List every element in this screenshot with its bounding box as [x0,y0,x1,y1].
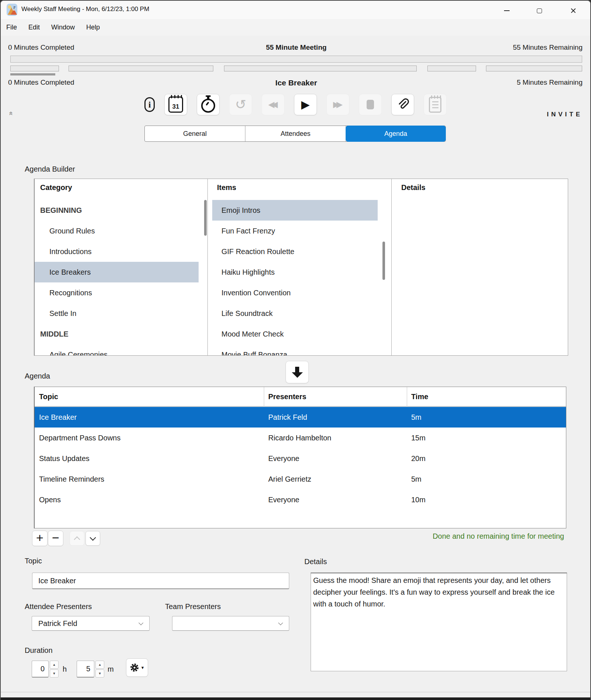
list-item[interactable]: Haiku Highlights [212,262,378,282]
duration-label: Duration [25,646,53,655]
menu-bar: File Edit Window Help [1,19,590,36]
calendar-button[interactable]: 31 [164,94,187,115]
items-list: Emoji Intros Fun Fact Frenzy GIF Reactio… [212,200,378,356]
current-item-title: Ice Breaker [1,78,591,87]
attachment-icon [396,98,409,111]
column-divider [207,179,208,355]
agenda-builder-label: Agenda Builder [25,165,75,173]
down-arrow-icon [295,367,299,372]
item-remaining-label: 5 Minutes Remaining [517,78,583,87]
chevron-down-icon [278,620,283,625]
team-presenters-label: Team Presenters [165,602,221,611]
list-item[interactable]: Life Soundtrack [212,303,378,324]
list-item[interactable]: Ground Rules [35,221,199,241]
list-item[interactable]: Settle In [35,303,199,324]
stop-button[interactable] [359,94,382,115]
time-status-message: Done and no remaining time for meeting [433,532,564,541]
spin-up-icon[interactable]: ▲ [95,661,104,669]
title-bar: Weekly Staff Meeting - Mon, 6/12/23, 1:0… [1,1,590,19]
list-item-selected[interactable]: Emoji Intros [212,200,378,221]
attachment-button[interactable] [391,94,414,115]
remove-row-button[interactable]: − [48,531,63,546]
minimize-button[interactable] [498,4,515,18]
chevron-down-icon [139,620,143,625]
mountain-meeting-icon [7,4,17,16]
close-button[interactable] [565,4,582,18]
notes-icon [429,97,441,113]
info-button[interactable]: i [144,97,155,112]
items-scrollbar-thumb[interactable] [382,242,385,280]
move-row-up-button[interactable] [70,531,84,546]
category-column-header: Category [40,183,72,192]
list-item[interactable]: Movie Buff Bonanza [212,344,378,356]
rewind-icon: ◀◀ [268,101,278,109]
add-row-button[interactable]: + [32,531,48,546]
duration-minutes-input[interactable] [77,661,94,678]
calendar-icon: 31 [168,96,183,113]
playback-toolbar: i 31 ↺ ◀◀ ▶ ▶▶ [1,93,590,116]
tab-agenda[interactable]: Agenda [346,126,446,142]
current-segment-indicator [10,73,55,75]
list-item[interactable]: MIDDLE [35,324,199,344]
team-presenters-select[interactable] [172,616,289,631]
list-item[interactable]: BEGINNING [35,200,199,221]
list-item[interactable]: Introductions [35,241,199,262]
meeting-remaining-label: 55 Minutes Remaining [513,43,583,52]
minutes-unit-label: m [108,665,114,673]
agenda-table: Topic Presenters Time Ice Breaker Patric… [34,387,566,528]
fast-forward-button[interactable]: ▶▶ [326,94,349,115]
duration-hours-input[interactable] [32,661,49,678]
duration-options-button[interactable]: ▼ [126,658,148,677]
agenda-row[interactable]: Department Pass Downs Ricardo Hambelton … [35,428,566,448]
app-window: Weekly Staff Meeting - Mon, 6/12/23, 1:0… [0,0,591,700]
list-item[interactable]: Agile Ceremonies [35,344,199,356]
play-icon: ▶ [301,99,310,110]
list-item[interactable]: GIF Reaction Roulette [212,241,378,262]
agenda-row[interactable]: Timeline Reminders Ariel Gerrietz 5m [35,469,566,489]
menu-help[interactable]: Help [86,24,100,31]
spin-down-icon[interactable]: ▼ [50,669,59,678]
bottom-divider [1,692,590,692]
list-item-selected[interactable]: Ice Breakers [35,262,199,282]
topic-input[interactable] [32,573,289,589]
tab-attendees[interactable]: Attendees [245,126,346,141]
timer-button[interactable] [197,94,220,115]
agenda-section-label: Agenda [25,372,50,380]
maximize-button[interactable] [531,4,548,18]
list-item[interactable]: Mood Meter Check [212,324,378,344]
duration-hours-stepper: ▲ ▼ [50,661,59,678]
agenda-table-header: Topic Presenters Time [35,387,566,407]
meeting-title: 55 Minute Meeting [1,43,591,52]
list-item[interactable]: Fun Fact Frenzy [212,221,378,241]
agenda-row[interactable]: Opens Everyone 10m [35,489,566,510]
list-item[interactable]: Invention Convention [212,282,378,303]
tab-bar: General Attendees Agenda [144,126,446,142]
column-header-time: Time [407,387,566,407]
invite-button[interactable]: INVITE [547,111,583,118]
list-item[interactable]: Recognitions [35,282,199,303]
add-to-agenda-button[interactable] [286,361,309,383]
move-row-down-button[interactable] [85,531,100,546]
agenda-row[interactable]: Status Updates Everyone 20m [35,448,566,469]
category-scrollbar-thumb[interactable] [204,200,207,236]
topic-label: Topic [25,557,42,565]
notes-button[interactable] [424,94,447,115]
rewind-button[interactable]: ◀◀ [262,94,284,115]
spin-up-icon[interactable]: ▲ [50,661,59,669]
column-header-presenters: Presenters [264,387,407,407]
reset-button[interactable]: ↺ [229,94,252,115]
spin-down-icon[interactable]: ▼ [95,669,104,678]
details-textarea[interactable]: Guess the mood! Share an emoji that repr… [311,573,567,671]
attendee-presenters-select[interactable]: Patrick Feld [32,616,150,631]
segment-bar-4 [427,66,476,71]
agenda-row-selected[interactable]: Ice Breaker Patrick Feld 5m [35,407,566,428]
agenda-builder-panel: Category Items Details BEGINNING Ground … [34,179,568,356]
play-button[interactable]: ▶ [294,94,317,115]
details-column-header: Details [401,183,426,192]
column-header-topic: Topic [35,387,264,407]
duration-minutes-stepper: ▲ ▼ [95,661,104,678]
menu-edit[interactable]: Edit [28,24,40,31]
tab-general[interactable]: General [145,126,245,141]
menu-window[interactable]: Window [51,24,75,31]
menu-file[interactable]: File [6,24,17,31]
